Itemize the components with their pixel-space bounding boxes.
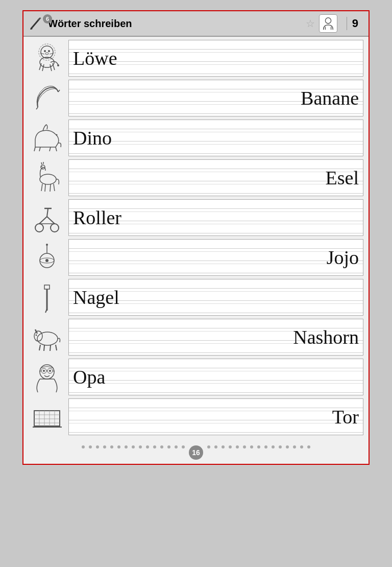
row-tor: Tor	[29, 398, 363, 435]
svg-line-56	[50, 345, 51, 351]
svg-line-55	[44, 345, 44, 351]
svg-point-13	[44, 50, 46, 52]
svg-point-3	[325, 18, 331, 23]
writing-nashorn[interactable]: Nashorn	[68, 319, 363, 356]
word-roller: Roller	[73, 208, 121, 227]
row-nashorn: Nashorn	[29, 319, 363, 356]
svg-line-38	[47, 217, 55, 224]
image-yoyo	[29, 240, 64, 275]
svg-line-20	[36, 107, 38, 109]
writing-loewe[interactable]: Löwe	[68, 40, 363, 77]
writing-jojo[interactable]: Jojo	[68, 239, 363, 276]
image-goal	[29, 399, 64, 435]
writing-esel[interactable]: Esel	[68, 159, 363, 196]
writing-tor[interactable]: Tor	[68, 398, 363, 435]
svg-rect-67	[34, 411, 60, 426]
svg-line-10	[42, 64, 44, 71]
svg-line-24	[50, 147, 51, 151]
row-jojo: Jojo	[29, 239, 363, 276]
svg-line-23	[39, 147, 40, 151]
svg-line-19	[58, 90, 60, 92]
svg-point-28	[41, 166, 42, 167]
word-tor: Tor	[332, 407, 359, 427]
svg-line-32	[45, 184, 45, 192]
svg-point-26	[40, 174, 56, 184]
star-icon: ☆	[306, 17, 315, 30]
svg-line-39	[47, 209, 48, 217]
row-opa: Opa	[29, 359, 363, 395]
svg-point-36	[51, 224, 59, 232]
word-nagel: Nagel	[73, 288, 119, 307]
image-nail	[29, 279, 64, 315]
dot-decoration: 16	[23, 441, 369, 464]
svg-line-33	[50, 184, 51, 192]
svg-point-7	[39, 44, 55, 60]
svg-point-8	[40, 57, 54, 67]
page-number: 9	[347, 17, 363, 30]
row-dino: Dino	[29, 120, 363, 156]
image-horse	[29, 160, 64, 196]
row-loewe: Löwe	[29, 40, 363, 77]
word-jojo: Jojo	[327, 248, 359, 267]
image-dino	[29, 120, 64, 156]
row-banane: Banane	[29, 80, 363, 116]
footer-page-number: 16	[189, 445, 203, 460]
svg-point-21	[56, 134, 57, 135]
writing-nagel[interactable]: Nagel	[68, 279, 363, 316]
pencil-icon	[29, 16, 44, 31]
svg-point-50	[37, 332, 58, 345]
row-esel: Esel	[29, 159, 363, 196]
page-header: 6 Wörter schreiben ☆ 9	[23, 11, 369, 37]
writing-roller[interactable]: Roller	[68, 199, 363, 236]
image-grandpa	[29, 359, 64, 395]
row-roller: Roller	[29, 199, 363, 236]
svg-point-60	[49, 370, 51, 372]
svg-line-49	[45, 309, 47, 313]
svg-point-45	[46, 244, 48, 246]
side-text: Finalmatch Üben: Schreiben, Deutsch, 1+2…	[0, 216, 18, 344]
svg-point-59	[43, 370, 45, 372]
writing-opa[interactable]: Opa	[68, 359, 363, 395]
svg-rect-47	[44, 285, 50, 289]
svg-point-46	[45, 259, 48, 262]
svg-point-35	[35, 224, 43, 232]
image-rhino	[29, 319, 64, 355]
svg-line-31	[41, 184, 42, 191]
image-lion	[29, 40, 64, 76]
svg-point-53	[35, 334, 37, 336]
svg-line-25	[56, 147, 57, 151]
word-nashorn: Nashorn	[293, 327, 359, 347]
svg-line-37	[39, 217, 47, 224]
svg-point-15	[45, 53, 48, 55]
svg-line-57	[56, 345, 57, 350]
svg-point-14	[48, 50, 50, 52]
svg-line-11	[50, 64, 52, 71]
worksheet-page: 6 Wörter schreiben ☆ 9	[22, 10, 370, 465]
svg-line-22	[34, 147, 35, 151]
word-esel: Esel	[326, 168, 359, 187]
header-title: Wörter schreiben	[48, 18, 302, 30]
person-icon	[319, 14, 337, 33]
exercise-badge: 6	[43, 14, 52, 23]
svg-line-34	[54, 184, 55, 191]
image-banana	[29, 80, 64, 116]
word-banane: Banane	[301, 88, 359, 108]
svg-point-18	[57, 64, 59, 66]
image-scooter	[29, 200, 64, 235]
word-opa: Opa	[73, 367, 105, 387]
word-dino: Dino	[73, 128, 112, 148]
content-area: Löwe Banane	[23, 37, 369, 441]
svg-line-29	[41, 162, 42, 164]
writing-banane[interactable]: Banane	[68, 80, 363, 116]
writing-dino[interactable]: Dino	[68, 120, 363, 156]
svg-point-6	[41, 46, 53, 58]
word-loewe: Löwe	[73, 49, 117, 68]
row-nagel: Nagel	[29, 279, 363, 316]
svg-line-54	[39, 345, 40, 350]
